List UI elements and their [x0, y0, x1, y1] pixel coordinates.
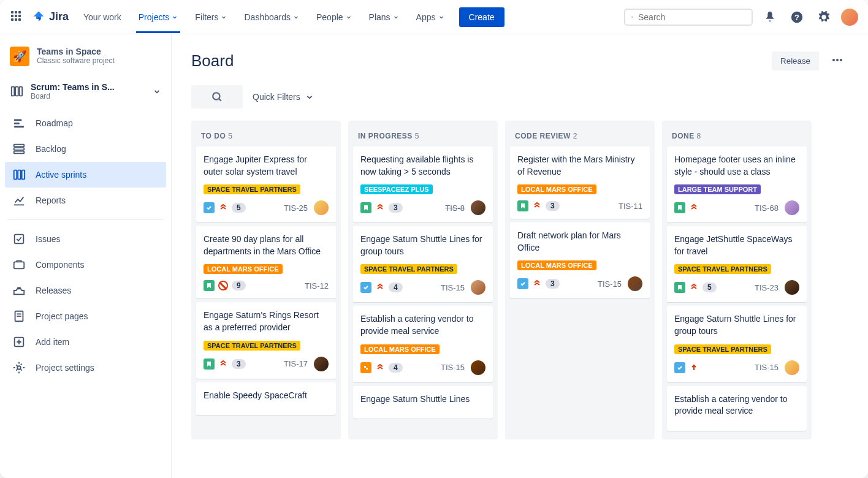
nav-filters[interactable]: Filters: [188, 1, 234, 33]
issue-key[interactable]: TIS-12: [305, 281, 329, 290]
nav-plans[interactable]: Plans: [362, 1, 406, 33]
notifications-icon[interactable]: [760, 7, 780, 27]
issue-key[interactable]: TIS-15: [598, 279, 622, 289]
story-points-badge: 9: [232, 281, 246, 290]
nav-people[interactable]: People: [309, 1, 359, 33]
issue-key[interactable]: TIS-15: [441, 363, 465, 372]
assignee-avatar[interactable]: [471, 360, 485, 375]
svg-point-0: [631, 16, 633, 17]
sidebar-item-roadmap[interactable]: Roadmap: [5, 110, 166, 136]
assignee-avatar[interactable]: [785, 360, 799, 375]
svg-rect-15: [22, 170, 25, 180]
sidebar-item-project-pages[interactable]: Project pages: [5, 303, 166, 329]
board-selector[interactable]: Scrum: Teams in S... Board: [5, 76, 166, 110]
issue-card[interactable]: Engage Saturn Shuttle Lines for group to…: [667, 306, 807, 382]
issue-card[interactable]: Create 90 day plans for all departments …: [196, 226, 336, 298]
sidebar-item-components[interactable]: Components: [5, 252, 166, 278]
issue-card[interactable]: Establish a catering vendor to provide m…: [667, 386, 807, 431]
user-avatar[interactable]: [841, 9, 858, 26]
sidebar-item-backlog[interactable]: Backlog: [5, 136, 166, 162]
card-epic-label[interactable]: LOCAL MARS OFFICE: [360, 344, 440, 354]
nav-projects[interactable]: Projects: [131, 1, 186, 33]
issue-card[interactable]: Homepage footer uses an inline style - s…: [667, 146, 807, 222]
issue-card[interactable]: Register with the Mars Ministry of Reven…: [510, 146, 650, 219]
assignee-avatar[interactable]: [314, 200, 329, 215]
nav-dashboards[interactable]: Dashboards: [237, 1, 306, 33]
sidebar-item-settings[interactable]: Project settings: [5, 355, 166, 381]
assignee-avatar[interactable]: [314, 357, 329, 371]
sidebar-item-issues[interactable]: Issues: [5, 226, 166, 252]
jira-logo-text: Jira: [49, 10, 69, 23]
card-epic-label[interactable]: LOCAL MARS OFFICE: [517, 260, 596, 270]
issue-type-icon: [204, 280, 215, 291]
search-input[interactable]: [624, 9, 753, 26]
issue-card[interactable]: Establish a catering vendor to provide m…: [353, 306, 493, 382]
issue-card[interactable]: Draft network plan for Mars OfficeLOCAL …: [510, 222, 650, 298]
story-points-badge: 4: [389, 363, 403, 373]
issue-key[interactable]: TIS-8: [445, 203, 465, 213]
nav-your-work[interactable]: Your work: [76, 1, 129, 33]
sidebar-item-reports[interactable]: Reports: [5, 188, 166, 213]
jira-logo[interactable]: Jira: [32, 10, 69, 24]
card-epic-label[interactable]: LARGE TEAM SUPPORT: [674, 184, 761, 194]
nav-apps[interactable]: Apps: [409, 1, 452, 33]
svg-rect-9: [14, 126, 25, 128]
issue-key[interactable]: TIS-15: [755, 363, 779, 372]
page-title: Board: [191, 51, 234, 70]
assignee-avatar[interactable]: [785, 280, 799, 295]
sidebar-item-releases[interactable]: Releases: [5, 278, 166, 303]
svg-point-26: [213, 93, 219, 99]
card-epic-label[interactable]: SEESPACEEZ PLUS: [360, 184, 433, 194]
help-icon[interactable]: ?: [787, 7, 807, 27]
column-code-review[interactable]: Code Review 2Register with the Mars Mini…: [505, 121, 655, 439]
column-to-do[interactable]: To Do 5Engage Jupiter Express for outer …: [191, 121, 341, 439]
card-title: Create 90 day plans for all departments …: [204, 233, 329, 257]
story-points-badge: 4: [389, 283, 403, 292]
board-search[interactable]: [191, 85, 243, 108]
issue-key[interactable]: TIS-11: [619, 202, 642, 211]
issue-key[interactable]: TIS-25: [284, 203, 308, 213]
card-title: Engage Saturn Shuttle Lines: [360, 393, 485, 406]
card-epic-label[interactable]: LOCAL MARS OFFICE: [204, 264, 283, 274]
more-icon[interactable]: [826, 49, 848, 73]
roadmap-icon: [12, 116, 26, 130]
column-done[interactable]: Done 8Homepage footer uses an inline sty…: [662, 121, 812, 439]
issue-key[interactable]: TIS-23: [755, 283, 779, 292]
assignee-avatar[interactable]: [628, 276, 642, 291]
issue-key[interactable]: TIS-68: [755, 203, 779, 213]
card-epic-label[interactable]: LOCAL MARS OFFICE: [517, 184, 596, 194]
issue-card[interactable]: Requesting available flights is now taki…: [353, 146, 493, 222]
add-icon: [12, 335, 26, 349]
priority-icon: [532, 201, 542, 211]
releases-icon: [12, 284, 26, 297]
settings-icon[interactable]: [814, 7, 834, 27]
svg-line-1: [633, 17, 633, 18]
issue-card[interactable]: Engage Saturn's Rings Resort as a prefer…: [196, 302, 336, 378]
issue-key[interactable]: TIS-15: [441, 283, 465, 292]
assignee-avatar[interactable]: [471, 200, 485, 215]
card-epic-label[interactable]: SPACE TRAVEL PARTNERS: [360, 264, 457, 274]
app-switcher-icon[interactable]: [10, 10, 25, 25]
svg-line-27: [219, 99, 221, 101]
card-epic-label[interactable]: SPACE TRAVEL PARTNERS: [204, 184, 300, 194]
issue-card[interactable]: Engage JetShuttle SpaceWays for travelSP…: [667, 226, 807, 302]
issue-card[interactable]: Engage Saturn Shuttle Lines for group to…: [353, 226, 493, 302]
sidebar-item-active-sprints[interactable]: Active sprints: [5, 162, 166, 188]
card-title: Requesting available flights is now taki…: [360, 154, 485, 178]
priority-icon: [375, 203, 385, 213]
quick-filters[interactable]: Quick Filters: [253, 92, 314, 102]
column-in-progress[interactable]: In Progress 5Requesting available flight…: [348, 121, 498, 439]
create-button[interactable]: Create: [459, 7, 504, 27]
card-epic-label[interactable]: SPACE TRAVEL PARTNERS: [674, 344, 771, 354]
card-epic-label[interactable]: SPACE TRAVEL PARTNERS: [204, 341, 300, 351]
assignee-avatar[interactable]: [785, 200, 799, 215]
issue-card[interactable]: Engage Saturn Shuttle Lines: [353, 386, 493, 419]
issue-card[interactable]: Enable Speedy SpaceCraft: [196, 382, 336, 415]
issue-key[interactable]: TIS-17: [284, 359, 308, 368]
issue-type-icon: [204, 202, 215, 213]
card-epic-label[interactable]: SPACE TRAVEL PARTNERS: [674, 264, 771, 274]
issue-card[interactable]: Engage Jupiter Express for outer solar s…: [196, 146, 336, 222]
assignee-avatar[interactable]: [471, 280, 485, 295]
release-button[interactable]: Release: [772, 51, 819, 70]
sidebar-item-add[interactable]: Add item: [5, 329, 166, 355]
